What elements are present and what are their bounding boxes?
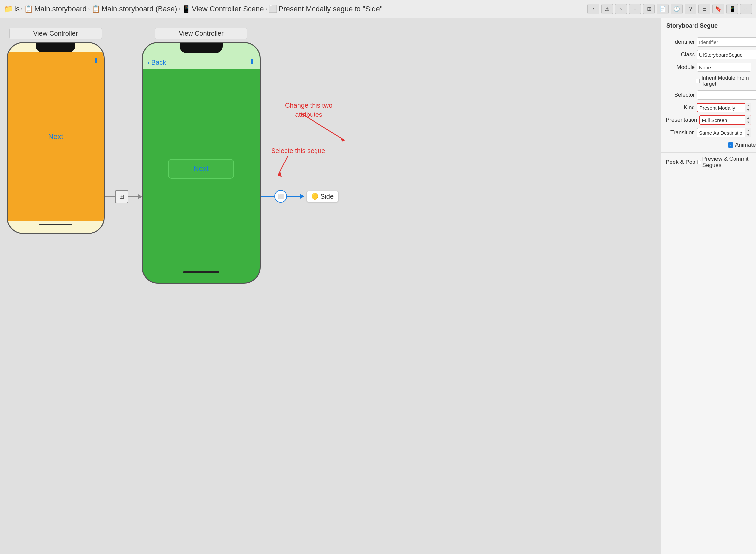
animates-container: ✓ Animates xyxy=(696,142,756,148)
module-row: Module None xyxy=(661,61,756,73)
back-button[interactable]: ‹ xyxy=(587,4,599,14)
presentation-row: Presentation Full Screen Current Context… xyxy=(661,114,756,126)
peek-row: Peek & Pop Preview & Commit Segues xyxy=(661,154,756,170)
share-icon[interactable]: ⬆ xyxy=(93,56,99,65)
module-select-wrapper: None xyxy=(697,63,751,72)
transition-stepper-down[interactable]: ▼ xyxy=(745,133,751,138)
animates-row: ✓ Animates xyxy=(661,139,756,151)
selector-label: Selector xyxy=(666,92,695,98)
download-icon[interactable]: ⬇ xyxy=(249,58,255,66)
breadcrumb-sep-2: › xyxy=(88,5,90,12)
monitor-icon[interactable]: 🖥 xyxy=(698,4,710,14)
breadcrumb-item-1[interactable]: 📁 ls xyxy=(4,5,19,13)
bookmark-icon[interactable]: 🔖 xyxy=(712,4,724,14)
segue-circle[interactable]: ⬜ xyxy=(274,190,287,203)
phone2-home-indicator xyxy=(183,271,219,273)
inherit-row: Inherit Module From Target xyxy=(661,73,756,89)
warning-button[interactable]: ⚠ xyxy=(601,4,613,14)
peek-label: Peek & Pop xyxy=(666,159,695,165)
phone2-container: View Controller ‹ Back ⬇ Next xyxy=(141,28,261,284)
breadcrumb-sep-1: › xyxy=(21,5,23,12)
panel-body: Identifier Class ⓘ ▼ Module None xyxy=(661,33,756,554)
phone2-notch xyxy=(180,43,223,53)
presentation-stepper: ▲ ▼ xyxy=(745,115,751,125)
clock-icon[interactable]: 🕐 xyxy=(671,4,683,14)
right-panel: Storyboard Segue Identifier Class ⓘ ▼ Mo… xyxy=(661,18,756,554)
breadcrumb-sep-4: › xyxy=(265,5,267,12)
presentation-label: Presentation xyxy=(666,117,697,123)
transition-stepper-up[interactable]: ▲ xyxy=(745,128,751,133)
class-label: Class xyxy=(666,51,695,58)
breadcrumb-item-5[interactable]: ⬜ Present Modally segue to "Side" xyxy=(268,5,383,13)
storyboard-icon-1: 📋 xyxy=(24,5,33,13)
breadcrumb-item-2[interactable]: 📋 Main.storyboard xyxy=(24,5,87,13)
inherit-label: Inherit Module From Target xyxy=(696,75,751,87)
breadcrumb: 📁 ls › 📋 Main.storyboard › 📋 Main.storyb… xyxy=(4,5,585,13)
transition-stepper: ▲ ▼ xyxy=(745,128,751,137)
breadcrumb-item-3[interactable]: 📋 Main.storyboard (Base) xyxy=(91,5,177,13)
transition-row: Transition Same As Destination Cover Ver… xyxy=(661,126,756,139)
forward-button[interactable]: › xyxy=(615,4,627,14)
divider-1 xyxy=(661,152,756,153)
segue-line2-left xyxy=(261,196,274,197)
side-badge-icon: 🟡 xyxy=(311,192,318,200)
selector-input[interactable] xyxy=(697,90,756,100)
presentation-select-wrapper: Full Screen Current Context Automatic Pa… xyxy=(699,115,751,125)
identifier-label: Identifier xyxy=(666,39,695,45)
arrow-head-2 xyxy=(300,194,304,199)
class-input[interactable] xyxy=(697,50,756,59)
presentation-select[interactable]: Full Screen Current Context Automatic Pa… xyxy=(699,115,751,125)
menu-button[interactable]: ≡ xyxy=(629,4,641,14)
phone1-body: ⬆ Next xyxy=(8,52,104,221)
svg-line-2 xyxy=(278,156,288,176)
segue-line-right xyxy=(128,196,138,197)
phone1-frame: ⬆ Next xyxy=(7,42,105,234)
annotation-select-segue: Selecte this segue xyxy=(271,147,325,155)
phone2-frame: ‹ Back ⬇ Next xyxy=(141,42,261,284)
svg-line-0 xyxy=(302,114,344,140)
annotation-change-attributes: Change this two attributes xyxy=(285,101,332,119)
identifier-input[interactable] xyxy=(697,38,756,47)
panel-title: Storyboard Segue xyxy=(661,18,756,33)
help-icon[interactable]: ? xyxy=(685,4,696,14)
grid-button[interactable]: ⊞ xyxy=(643,4,655,14)
phone-icon: 📱 xyxy=(182,5,190,13)
kind-stepper-up[interactable]: ▲ xyxy=(745,103,751,108)
kind-select[interactable]: Present Modally Show Show Detail Present… xyxy=(697,103,751,112)
segue-arrow-2: ⬜ 🟡 Side xyxy=(261,190,339,203)
presentation-stepper-up[interactable]: ▲ xyxy=(745,115,751,120)
identifier-row: Identifier xyxy=(661,36,756,48)
module-select[interactable]: None xyxy=(697,63,751,72)
peek-text: Preview & Commit Segues xyxy=(702,156,751,169)
segue-box[interactable]: ⊞ xyxy=(115,190,128,203)
phone2-back-button[interactable]: ‹ Back xyxy=(148,59,166,66)
share-icon-btn[interactable]: ↔ xyxy=(740,4,752,14)
phone1-label: View Controller xyxy=(9,28,102,39)
breadcrumb-sep-3: › xyxy=(178,5,180,12)
module-label: Module xyxy=(666,64,695,70)
transition-select[interactable]: Same As Destination Cover Vertical Flip … xyxy=(697,128,751,137)
class-row: Class ⓘ ▼ xyxy=(661,48,756,61)
canvas[interactable]: View Controller ⬆ Next ⊞ View Controller xyxy=(0,18,661,554)
breadcrumb-item-4[interactable]: 📱 View Controller Scene xyxy=(182,5,264,13)
transition-label: Transition xyxy=(666,129,695,136)
animates-checkbox[interactable]: ✓ xyxy=(728,142,733,148)
phone-icon-btn[interactable]: 📱 xyxy=(726,4,738,14)
phone1-container: View Controller ⬆ Next xyxy=(7,28,105,234)
phone2-top: ‹ Back ⬇ xyxy=(142,43,260,69)
main-area: View Controller ⬆ Next ⊞ View Controller xyxy=(0,18,756,554)
segue-arrow-1: ⊞ xyxy=(105,190,142,203)
kind-select-wrapper: Present Modally Show Show Detail Present… xyxy=(697,103,751,112)
inherit-checkbox[interactable] xyxy=(696,79,700,84)
kind-stepper-down[interactable]: ▼ xyxy=(745,108,751,113)
phone1-next-button[interactable]: Next xyxy=(48,132,63,141)
top-bar: 📁 ls › 📋 Main.storyboard › 📋 Main.storyb… xyxy=(0,0,756,18)
peek-checkbox[interactable] xyxy=(697,160,701,164)
class-select-wrapper: ⓘ ▼ xyxy=(697,50,756,59)
phone2-body: Next xyxy=(142,69,260,268)
phone2-next-button[interactable]: Next xyxy=(168,159,234,179)
kind-stepper: ▲ ▼ xyxy=(745,103,751,112)
storyboard-icon-2: 📋 xyxy=(91,5,100,13)
presentation-stepper-down[interactable]: ▼ xyxy=(745,120,751,125)
doc-icon[interactable]: 📄 xyxy=(657,4,669,14)
